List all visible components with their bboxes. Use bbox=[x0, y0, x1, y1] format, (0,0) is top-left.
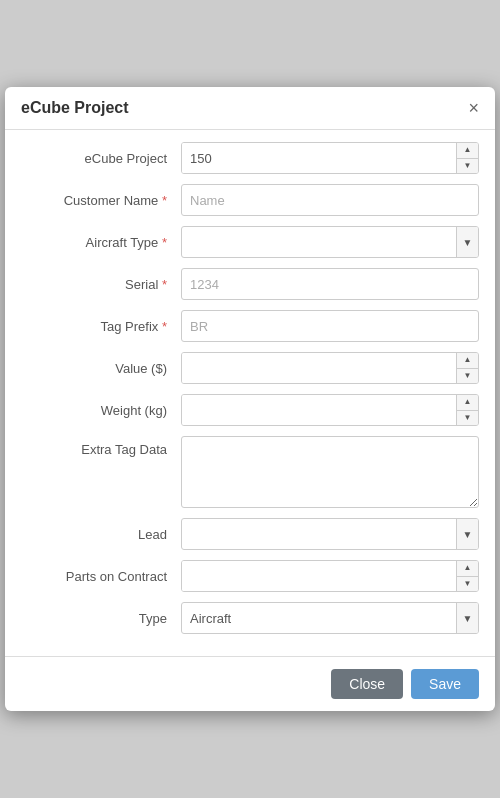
parts-on-contract-up[interactable]: ▲ bbox=[457, 561, 478, 576]
aircraft-type-row: Aircraft Type * ▼ bbox=[21, 226, 479, 258]
modal-body: eCube Project ▲ ▼ Customer Name * Aircra… bbox=[5, 130, 495, 656]
type-select[interactable]: Aircraft bbox=[182, 603, 456, 633]
ecube-project-spinner[interactable]: ▲ ▼ bbox=[181, 142, 479, 174]
lead-select[interactable] bbox=[182, 519, 456, 549]
weight-label: Weight (kg) bbox=[21, 403, 181, 418]
weight-spinners: ▲ ▼ bbox=[456, 395, 478, 425]
value-spinner[interactable]: ▲ ▼ bbox=[181, 352, 479, 384]
ecube-project-label: eCube Project bbox=[21, 151, 181, 166]
value-up[interactable]: ▲ bbox=[457, 353, 478, 368]
weight-row: Weight (kg) ▲ ▼ bbox=[21, 394, 479, 426]
value-down[interactable]: ▼ bbox=[457, 368, 478, 384]
weight-down[interactable]: ▼ bbox=[457, 410, 478, 426]
aircraft-type-label: Aircraft Type * bbox=[21, 235, 181, 250]
lead-row: Lead ▼ bbox=[21, 518, 479, 550]
value-input[interactable] bbox=[182, 353, 456, 383]
modal-container: eCube Project × eCube Project ▲ ▼ Custom… bbox=[5, 87, 495, 711]
extra-tag-data-input[interactable] bbox=[181, 436, 479, 508]
parts-on-contract-row: Parts on Contract ▲ ▼ bbox=[21, 560, 479, 592]
lead-arrow-icon: ▼ bbox=[456, 519, 478, 549]
type-label: Type bbox=[21, 611, 181, 626]
tag-prefix-label: Tag Prefix * bbox=[21, 319, 181, 334]
value-spinners: ▲ ▼ bbox=[456, 353, 478, 383]
weight-up[interactable]: ▲ bbox=[457, 395, 478, 410]
modal-header: eCube Project × bbox=[5, 87, 495, 130]
lead-select-wrapper: ▼ bbox=[181, 518, 479, 550]
lead-label: Lead bbox=[21, 527, 181, 542]
modal-footer: Close Save bbox=[5, 656, 495, 711]
parts-on-contract-down[interactable]: ▼ bbox=[457, 576, 478, 592]
ecube-project-row: eCube Project ▲ ▼ bbox=[21, 142, 479, 174]
type-select-wrapper: Aircraft ▼ bbox=[181, 602, 479, 634]
parts-on-contract-label: Parts on Contract bbox=[21, 569, 181, 584]
weight-input[interactable] bbox=[182, 395, 456, 425]
value-row: Value ($) ▲ ▼ bbox=[21, 352, 479, 384]
customer-name-label: Customer Name * bbox=[21, 193, 181, 208]
ecube-project-spinners: ▲ ▼ bbox=[456, 143, 478, 173]
aircraft-type-select-wrapper: ▼ bbox=[181, 226, 479, 258]
serial-row: Serial * bbox=[21, 268, 479, 300]
close-button[interactable]: Close bbox=[331, 669, 403, 699]
type-arrow-icon: ▼ bbox=[456, 603, 478, 633]
value-label: Value ($) bbox=[21, 361, 181, 376]
aircraft-type-select[interactable] bbox=[182, 227, 456, 257]
weight-spinner[interactable]: ▲ ▼ bbox=[181, 394, 479, 426]
serial-label: Serial * bbox=[21, 277, 181, 292]
parts-on-contract-input[interactable] bbox=[182, 561, 456, 591]
serial-input[interactable] bbox=[181, 268, 479, 300]
parts-on-contract-spinners: ▲ ▼ bbox=[456, 561, 478, 591]
ecube-project-down[interactable]: ▼ bbox=[457, 158, 478, 174]
type-row: Type Aircraft ▼ bbox=[21, 602, 479, 634]
ecube-project-input[interactable] bbox=[182, 143, 456, 173]
modal-title: eCube Project bbox=[21, 99, 129, 117]
extra-tag-data-row: Extra Tag Data bbox=[21, 436, 479, 508]
ecube-project-up[interactable]: ▲ bbox=[457, 143, 478, 158]
tag-prefix-row: Tag Prefix * bbox=[21, 310, 479, 342]
parts-on-contract-spinner[interactable]: ▲ ▼ bbox=[181, 560, 479, 592]
tag-prefix-input[interactable] bbox=[181, 310, 479, 342]
save-button[interactable]: Save bbox=[411, 669, 479, 699]
customer-name-input[interactable] bbox=[181, 184, 479, 216]
aircraft-type-arrow-icon: ▼ bbox=[456, 227, 478, 257]
customer-name-row: Customer Name * bbox=[21, 184, 479, 216]
extra-tag-data-label: Extra Tag Data bbox=[21, 436, 181, 457]
modal-close-button[interactable]: × bbox=[468, 99, 479, 117]
